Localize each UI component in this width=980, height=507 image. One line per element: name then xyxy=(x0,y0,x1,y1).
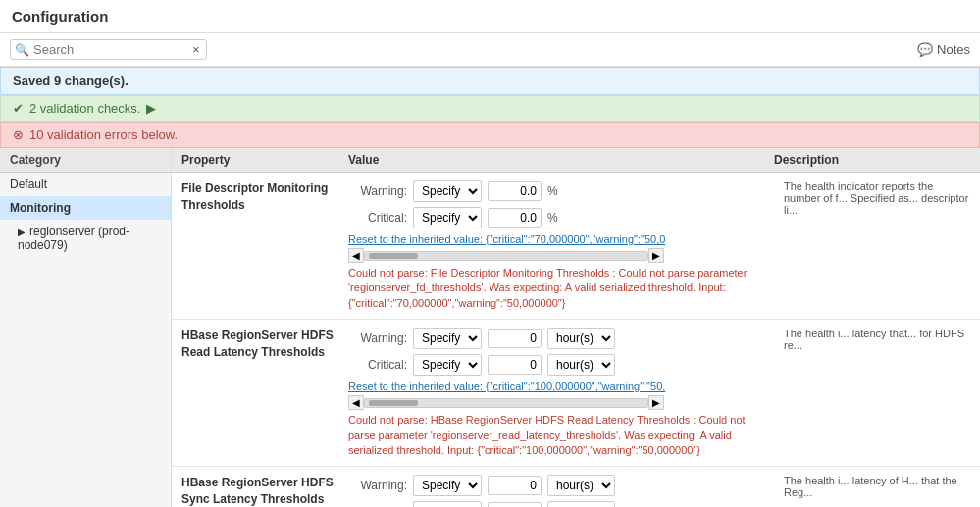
saved-banner: Saved 9 change(s). xyxy=(0,67,980,95)
warning-row-sync: Warning: Specify hour(s) xyxy=(348,475,774,496)
col-description-header: Description xyxy=(774,153,970,167)
warning-value-input-fd[interactable] xyxy=(488,181,542,201)
page-title: Configuration xyxy=(0,0,980,33)
critical-specify-select-fd[interactable]: Specify xyxy=(413,207,482,228)
prop-values-read: Warning: Specify hour(s) Critical: xyxy=(348,328,774,458)
prop-description-read: The health i... latency that... for HDFS… xyxy=(774,328,970,351)
property-row-read: HBase RegionServer HDFS Read Latency Thr… xyxy=(181,328,970,458)
critical-label-fd: Critical: xyxy=(348,211,407,225)
content-area: Property Value Description File Descript… xyxy=(172,148,980,507)
critical-value-input-read[interactable] xyxy=(488,355,542,375)
property-section-read: HBase RegionServer HDFS Read Latency Thr… xyxy=(172,320,980,467)
prop-values-sync: Warning: Specify hour(s) Critical: xyxy=(348,475,774,507)
chevron-right-icon: ▶ xyxy=(18,227,26,237)
warning-label-read: Warning: xyxy=(348,331,407,345)
arrow-icon: ▶ xyxy=(146,101,156,116)
warning-specify-select-fd[interactable]: Specify xyxy=(413,180,482,202)
error-text-fd: Could not parse: File Descriptor Monitor… xyxy=(348,266,774,311)
prop-description-fd: The health indicator reports the number … xyxy=(774,180,970,216)
scroll-track-fd[interactable] xyxy=(364,251,648,261)
check-icon: ✔ xyxy=(13,101,24,116)
warning-value-input-sync[interactable] xyxy=(488,476,542,495)
critical-specify-select-sync[interactable]: Specify xyxy=(413,501,482,507)
warning-label-fd: Warning: xyxy=(348,184,407,198)
warning-specify-select-read[interactable]: Specify xyxy=(413,328,482,349)
prop-values-fd: Warning: Specify % Critical: Specify xyxy=(348,180,774,311)
sidebar-item-monitoring[interactable]: Monitoring xyxy=(0,196,171,220)
sidebar-category-header: Category xyxy=(0,148,171,173)
property-section-fd: File Descriptor Monitoring Thresholds Wa… xyxy=(172,173,980,320)
critical-specify-select-read[interactable]: Specify xyxy=(413,354,482,376)
scrollbar-read: ◀ ▶ xyxy=(348,395,774,410)
search-icon: 🔍 xyxy=(15,43,29,57)
validation-error-text: 10 validation errors below. xyxy=(29,127,178,142)
warning-specify-select-sync[interactable]: Specify xyxy=(413,475,482,496)
critical-row-read: Critical: Specify hour(s) xyxy=(348,354,774,376)
critical-unit-select-read[interactable]: hour(s) xyxy=(547,354,615,376)
warning-label-sync: Warning: xyxy=(348,479,407,492)
sidebar: Category Default Monitoring ▶regionserve… xyxy=(0,148,172,507)
property-row-fd: File Descriptor Monitoring Thresholds Wa… xyxy=(181,180,970,311)
critical-row-sync: Critical: Specify hour(s) xyxy=(348,501,774,507)
critical-row-fd: Critical: Specify % xyxy=(348,207,774,228)
scroll-left-btn-fd[interactable]: ◀ xyxy=(348,248,364,263)
warning-unit-fd: % xyxy=(547,184,558,198)
clear-search-button[interactable]: × xyxy=(190,42,202,57)
property-section-sync: HBase RegionServer HDFS Sync Latency Thr… xyxy=(172,467,980,507)
error-icon: ⊗ xyxy=(13,127,24,142)
prop-name-read: HBase RegionServer HDFS Read Latency Thr… xyxy=(181,328,348,361)
notes-icon: 💬 xyxy=(917,42,933,57)
prop-description-sync: The health i... latency of H... that the… xyxy=(774,475,970,498)
col-value-header: Value xyxy=(348,153,774,167)
prop-name-fd: File Descriptor Monitoring Thresholds xyxy=(181,180,348,214)
error-text-read: Could not parse: HBase RegionServer HDFS… xyxy=(348,413,774,458)
critical-value-input-fd[interactable] xyxy=(488,208,542,228)
scroll-left-btn-read[interactable]: ◀ xyxy=(348,395,364,410)
critical-unit-fd: % xyxy=(547,211,558,225)
toolbar: 🔍 × 💬 Notes xyxy=(0,33,980,67)
sidebar-item-default[interactable]: Default xyxy=(0,173,171,196)
notes-button[interactable]: 💬 Notes xyxy=(917,42,970,57)
warning-value-input-read[interactable] xyxy=(488,329,542,348)
scroll-thumb-fd xyxy=(369,253,418,259)
warning-row-fd: Warning: Specify % xyxy=(348,180,774,202)
notes-label: Notes xyxy=(937,42,970,57)
validation-success-banner[interactable]: ✔ 2 validation checks. ▶ xyxy=(0,95,980,122)
warning-unit-select-sync[interactable]: hour(s) xyxy=(547,475,615,496)
scroll-right-btn-fd[interactable]: ▶ xyxy=(648,248,664,263)
property-row-sync: HBase RegionServer HDFS Sync Latency Thr… xyxy=(181,475,970,507)
warning-row-read: Warning: Specify hour(s) xyxy=(348,328,774,349)
reset-link-fd[interactable]: Reset to the inherited value: {"critical… xyxy=(348,233,774,245)
scrollbar-fd: ◀ ▶ xyxy=(348,248,774,263)
warning-unit-select-read[interactable]: hour(s) xyxy=(547,328,615,349)
prop-name-sync: HBase RegionServer HDFS Sync Latency Thr… xyxy=(181,475,348,507)
column-headers: Property Value Description xyxy=(172,148,980,173)
critical-label-read: Critical: xyxy=(348,358,407,372)
critical-value-input-sync[interactable] xyxy=(488,502,542,507)
validation-error-banner: ⊗ 10 validation errors below. xyxy=(0,122,980,148)
validation-success-text: 2 validation checks. xyxy=(29,101,140,116)
reset-link-read[interactable]: Reset to the inherited value: {"critical… xyxy=(348,380,774,392)
search-wrapper: 🔍 × xyxy=(10,39,207,60)
critical-unit-select-sync[interactable]: hour(s) xyxy=(547,501,615,507)
scroll-right-btn-read[interactable]: ▶ xyxy=(648,395,664,410)
search-input[interactable] xyxy=(33,42,190,57)
scroll-track-read[interactable] xyxy=(364,398,648,408)
scroll-thumb-read xyxy=(369,400,418,406)
main-layout: Category Default Monitoring ▶regionserve… xyxy=(0,148,980,507)
col-property-header: Property xyxy=(181,153,348,167)
sidebar-item-regionserver[interactable]: ▶regionserver (prod-node079) xyxy=(0,220,171,257)
